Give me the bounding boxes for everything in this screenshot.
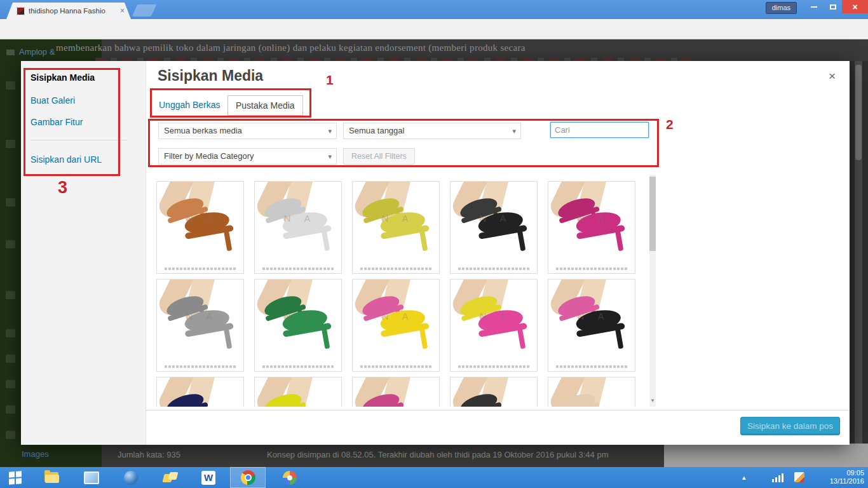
taskbar-app-window[interactable]	[76, 467, 107, 488]
new-tab-button[interactable]	[132, 4, 156, 17]
menu-item-sisipkan-dari-url[interactable]: Sisipkan dari URL	[31, 154, 102, 165]
modal-close-icon[interactable]: ×	[829, 70, 836, 82]
tab-title: thidishop Hanna Fashio	[29, 7, 118, 15]
product-photo: N A	[548, 182, 635, 264]
sidebar-menu-icon	[6, 329, 15, 337]
product-photo: N A	[255, 280, 341, 362]
clock-date: 13/11/2016	[813, 477, 864, 485]
sidebar-menu-icon	[6, 355, 15, 363]
draft-saved-text: Konsep disimpan di 08.52.05. Terakhir di…	[267, 450, 608, 459]
media-type-select[interactable]: Semua berkas media ▾	[158, 123, 337, 139]
media-item-black-suede-pumps[interactable]: N A	[450, 181, 538, 274]
menu-item-sisipkan-media[interactable]: Sisipkan Media	[31, 72, 95, 83]
media-search-input[interactable]	[550, 122, 649, 138]
chrome-profile-badge[interactable]: dimas	[766, 2, 797, 14]
menu-item-buat-galeri[interactable]: Buat Galeri	[31, 95, 75, 105]
media-item-pink-yellow-heels[interactable]: N A	[450, 279, 538, 372]
network-signal-icon[interactable]	[772, 473, 783, 482]
taskbar-clock[interactable]: 09:05 13/11/2016	[813, 469, 864, 485]
category-select[interactable]: Filter by Media Category ▾	[158, 148, 337, 165]
admin-sidebar-bottom	[0, 445, 102, 467]
tab-unggah-berkas[interactable]: Unggah Berkas	[151, 95, 228, 114]
taskbar-word[interactable]: W	[193, 467, 224, 488]
reset-filters-button[interactable]: Reset All Filters	[343, 148, 415, 165]
sidebar-item-images: Images	[22, 449, 49, 459]
product-photo: N A	[255, 182, 341, 264]
tray-hidden-icons-chevron[interactable]: ▴	[742, 473, 746, 482]
annotation-number-1: 1	[326, 72, 334, 88]
media-item-brown-wedge-boots[interactable]: N A	[156, 181, 244, 274]
product-photo: N A	[353, 280, 439, 362]
photo-caption-text	[548, 264, 635, 273]
insert-into-post-button[interactable]: Sisipkan ke dalam pos	[740, 417, 840, 435]
media-item-lime-platform-heels[interactable]: N A	[352, 181, 440, 274]
photo-caption-text	[353, 362, 439, 370]
grid-scrollbar-thumb[interactable]	[649, 177, 656, 251]
window-maximize-button[interactable]	[824, 0, 841, 13]
media-item-bare-legs[interactable]: N A	[548, 377, 635, 407]
taskbar-browser-globe[interactable]	[116, 467, 146, 488]
editor-paragraph: membenarkan bahwa pemilik toko dalam jar…	[56, 43, 666, 53]
window-close-button[interactable]: ×	[842, 0, 868, 13]
product-photo: N A	[451, 182, 537, 264]
media-item-navy-heels[interactable]: N A	[156, 377, 244, 407]
media-item-black-pink-heels[interactable]: N A	[548, 279, 635, 372]
product-photo: N A	[548, 280, 635, 362]
media-item-magenta-ankle-boots[interactable]: N A	[548, 181, 635, 274]
svg-text:N A: N A	[480, 214, 512, 224]
product-photo: N A	[157, 377, 243, 407]
media-item-green-suede-boots[interactable]: N A	[254, 279, 342, 372]
envelope-icon	[6, 50, 15, 55]
clock-time: 09:05	[813, 469, 864, 477]
svg-text:N A: N A	[382, 311, 414, 322]
folder-icon	[44, 472, 60, 484]
svg-text:N A: N A	[480, 311, 512, 322]
window-app-icon	[84, 471, 99, 484]
svg-text:N A: N A	[382, 214, 414, 224]
product-photo: N A	[451, 280, 537, 362]
media-item-yellow-pink-heels[interactable]: N A	[352, 279, 440, 372]
photo-caption-text	[451, 264, 537, 273]
start-button[interactable]	[3, 467, 28, 488]
media-type-value: Semua berkas media	[164, 126, 242, 135]
photo-caption-text	[255, 362, 341, 370]
date-value: Semua tanggal	[349, 126, 404, 135]
browser-titlebar: thidishop Hanna Fashio × dimas ×	[0, 0, 868, 19]
annotation-number-2: 2	[666, 117, 674, 132]
chevron-down-icon: ▾	[328, 123, 332, 139]
sidebar-menu-icon	[6, 405, 15, 414]
admin-sidebar-strip	[0, 64, 21, 467]
taskbar-paint[interactable]	[275, 467, 305, 488]
sidebar-menu-icon	[6, 140, 15, 148]
tab-pustaka-media[interactable]: Pustaka Media	[227, 95, 303, 116]
annotation-number-3: 3	[58, 178, 67, 198]
product-photo: N A	[353, 182, 439, 264]
tray-misc-icon[interactable]	[794, 472, 804, 482]
chrome-icon	[241, 470, 255, 485]
media-item-white-platform-heels[interactable]: N A	[254, 181, 342, 274]
tab-close-icon[interactable]: ×	[120, 6, 125, 15]
product-photo: N A	[353, 377, 439, 407]
photo-caption-text	[157, 264, 243, 273]
insert-media-modal: Sisipkan Media Buat Galeri Gambar Fitur …	[21, 61, 850, 445]
taskbar-chrome[interactable]	[230, 467, 266, 488]
media-item-yellow-heels[interactable]: N A	[254, 377, 342, 407]
window-minimize-button[interactable]	[805, 0, 822, 13]
media-item-pink-strap-heels[interactable]: N A	[352, 377, 440, 407]
yellow-folders-icon	[163, 472, 177, 484]
product-photo: N A	[451, 377, 537, 407]
media-item-black-strap-heels[interactable]: N A	[450, 377, 538, 407]
svg-text:N A: N A	[578, 214, 609, 224]
category-value: Filter by Media Category	[164, 151, 254, 161]
date-select[interactable]: Semua tanggal ▾	[343, 123, 521, 139]
word-icon: W	[201, 471, 215, 485]
scroll-down-icon[interactable]: ▾	[649, 397, 656, 403]
browser-tab[interactable]: thidishop Hanna Fashio ×	[6, 3, 131, 19]
modal-footer: Sisipkan ke dalam pos	[146, 410, 850, 445]
menu-item-gambar-fitur[interactable]: Gambar Fitur	[31, 117, 83, 127]
page-scrollbar-thumb[interactable]	[855, 65, 862, 160]
taskbar-file-explorer[interactable]	[37, 467, 67, 488]
media-item-gray-suede-boots[interactable]: N A	[156, 279, 244, 372]
photo-caption-text	[255, 264, 341, 273]
taskbar-app-yellow[interactable]	[155, 467, 186, 488]
